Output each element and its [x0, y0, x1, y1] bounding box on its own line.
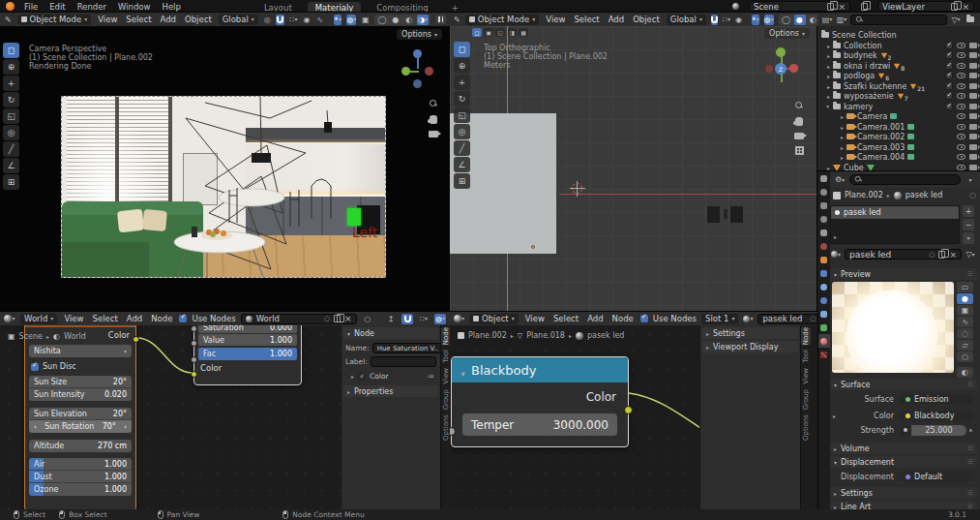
slot-dropdown[interactable]: Slot 1: [701, 314, 738, 324]
render-visibility-icon[interactable]: [969, 144, 977, 150]
xray-icon[interactable]: ▣: [361, 15, 370, 25]
tab-material[interactable]: [817, 334, 830, 348]
settings-panel-header[interactable]: Settings☰: [830, 487, 977, 499]
outliner-row-szafki-kuchenne[interactable]: Szafki kuchenne 21: [817, 81, 980, 91]
tool-select-box[interactable]: ◻: [3, 43, 19, 58]
outliner-row-camera-001[interactable]: Camera.001: [817, 122, 980, 132]
shader2-canvas[interactable]: Plane.002 ▽ Plane.018 pasek led Blackbod…: [450, 325, 817, 509]
material-name-field[interactable]: pasek led ○: [845, 249, 962, 260]
menu-view[interactable]: View: [62, 314, 85, 323]
add-slot-button[interactable]: +: [963, 205, 974, 217]
gizmo-z-axis[interactable]: [413, 49, 422, 58]
proportional-edit-icon[interactable]: ◉: [735, 15, 742, 25]
hide-icon[interactable]: [957, 165, 965, 170]
preview-monkey-icon[interactable]: ◌: [957, 328, 973, 339]
menu-object[interactable]: Object: [183, 15, 214, 24]
outliner-row-camera-003[interactable]: Camera.003: [817, 142, 980, 152]
expand-icon[interactable]: [841, 123, 844, 132]
menu-view[interactable]: View: [96, 15, 119, 24]
tool-cursor[interactable]: ⊕: [454, 58, 470, 74]
snap-mode-icon[interactable]: ∷: [418, 314, 430, 324]
overlays-icon[interactable]: ◍: [346, 15, 356, 25]
hide-icon[interactable]: [957, 43, 965, 48]
falloff-icon[interactable]: ∿: [315, 15, 324, 25]
tab-node[interactable]: Node: [801, 327, 811, 345]
node-label-field[interactable]: [371, 356, 436, 367]
expand-icon[interactable]: [827, 72, 830, 80]
slot-specials-icon[interactable]: [963, 232, 974, 244]
menu-edit[interactable]: Edit: [47, 2, 67, 12]
snap-magnet-icon[interactable]: [276, 15, 284, 25]
expand-icon[interactable]: [841, 153, 844, 162]
pan-icon[interactable]: [430, 115, 437, 124]
viewlayer-selector[interactable]: ViewLayer: [877, 1, 974, 12]
tab-group[interactable]: Group: [801, 389, 811, 410]
tab-modifiers[interactable]: [817, 266, 830, 280]
collapse-icon[interactable]: [824, 105, 833, 107]
fake-user-icon[interactable]: ○: [810, 315, 816, 322]
surface-panel-header[interactable]: Surface☰: [830, 379, 977, 390]
orientation-dropdown[interactable]: Global: [667, 15, 706, 25]
shader-type-dropdown[interactable]: Object: [469, 314, 519, 324]
scene-object[interactable]: [730, 206, 743, 223]
menu-help[interactable]: Help: [160, 2, 182, 12]
render-visibility-icon[interactable]: [969, 93, 977, 99]
color-output-socket[interactable]: [624, 406, 633, 414]
tab-options[interactable]: Options: [441, 414, 451, 441]
new-scene-icon[interactable]: [827, 3, 834, 11]
gizmo-minus-x[interactable]: [765, 65, 773, 73]
nav-gizmo[interactable]: Z: [765, 47, 798, 88]
use-nodes-checkbox[interactable]: [179, 315, 187, 322]
unlink-world-icon[interactable]: [344, 314, 352, 323]
strength-input-icon[interactable]: [900, 425, 911, 436]
delete-scene-icon[interactable]: [838, 2, 846, 12]
viewport1-canvas[interactable]: ◻ ⊕ + ↻ ◱ ◎ ╱ ∠ ⊞ Camera Perspective (1)…: [0, 26, 450, 312]
outliner-row-okna-i-drzwi[interactable]: okna i drzwi 8: [817, 61, 980, 71]
tab-view[interactable]: View: [801, 368, 811, 384]
options-dropdown[interactable]: Options: [397, 29, 442, 40]
menu-node[interactable]: Node: [149, 314, 174, 323]
menu-view[interactable]: View: [544, 15, 567, 24]
menu-select[interactable]: Select: [91, 314, 120, 323]
editor-type-icon[interactable]: [454, 314, 464, 324]
shading-wireframe-icon[interactable]: ◯: [376, 15, 388, 25]
display-filter-icon[interactable]: [965, 174, 976, 185]
displacement-value-button[interactable]: Default: [900, 472, 972, 482]
new-world-icon[interactable]: [334, 315, 341, 322]
camera-view-icon[interactable]: [429, 131, 438, 138]
hide-icon[interactable]: [957, 83, 965, 89]
select-intersect-icon[interactable]: ▦: [519, 28, 528, 37]
hide-icon[interactable]: [957, 104, 965, 109]
color-value-button[interactable]: Blackbody: [900, 411, 972, 421]
color-checkbox[interactable]: [359, 373, 365, 379]
select-box-icon[interactable]: ◻: [472, 28, 482, 37]
camera-view-icon[interactable]: [794, 133, 804, 139]
render-visibility-icon[interactable]: [969, 134, 977, 139]
mode-dropdown[interactable]: Object Mode: [17, 15, 92, 25]
tab-view-layer[interactable]: [817, 212, 830, 226]
render-visibility-icon[interactable]: [969, 63, 977, 69]
outliner-row-scene-collection[interactable]: Scene Collection: [817, 30, 980, 40]
pin-icon[interactable]: ○: [362, 314, 373, 324]
tool-scale[interactable]: ◱: [454, 107, 470, 123]
expand-icon[interactable]: [841, 133, 844, 141]
outliner-search-input[interactable]: [850, 15, 947, 25]
new-collection-icon[interactable]: [965, 15, 976, 25]
gizmos-icon[interactable]: ⌖: [334, 15, 342, 25]
outliner-row-podloga[interactable]: podloga 6: [817, 71, 980, 80]
render-visibility-icon[interactable]: [969, 83, 977, 89]
orientation-dropdown[interactable]: Global: [219, 15, 258, 25]
expand-icon[interactable]: [827, 82, 830, 91]
tab-physics[interactable]: [817, 293, 830, 307]
outliner-row-camera[interactable]: Camera: [817, 111, 980, 121]
menu-object[interactable]: Object: [631, 15, 662, 24]
preview-flat-icon[interactable]: ▭: [957, 282, 973, 292]
overlays-icon[interactable]: ◍: [764, 15, 774, 25]
exclude-checkbox[interactable]: [945, 82, 953, 90]
menu-add[interactable]: Add: [607, 15, 626, 24]
tab-tool[interactable]: [817, 171, 830, 185]
outliner-row-camera-002[interactable]: Camera.002: [817, 132, 980, 141]
new-material-icon[interactable]: [938, 251, 945, 259]
menu-node[interactable]: Node: [610, 314, 636, 323]
shading-material-icon[interactable]: ◐: [403, 15, 415, 25]
